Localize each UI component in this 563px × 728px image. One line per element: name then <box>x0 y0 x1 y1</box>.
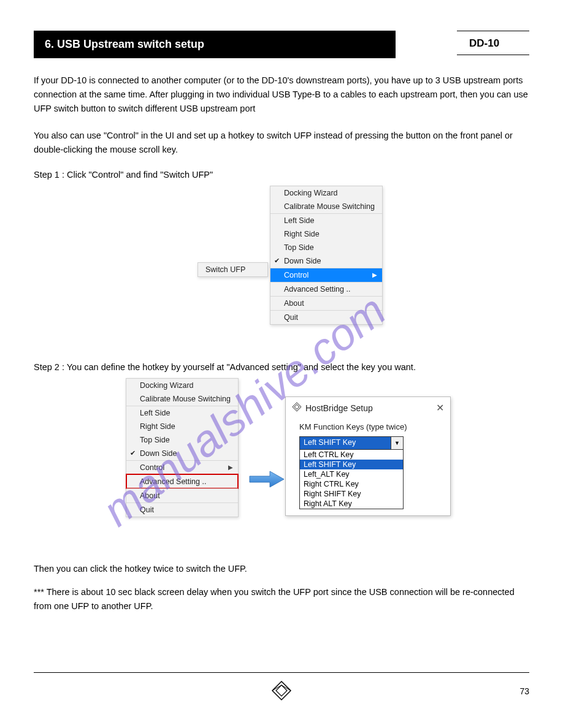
option-left-ctrl[interactable]: Left CTRL Key <box>300 450 403 460</box>
step-2: Step 2 : You can define the hotkey by yo… <box>34 360 529 374</box>
step-1: Step 1 : Click "Control" and find "Switc… <box>34 168 529 182</box>
menu-item-label: Down Side <box>284 257 321 265</box>
menu-item-about[interactable]: About <box>126 488 238 502</box>
header-right: DD-10 <box>457 31 529 55</box>
diamond-icon <box>292 402 302 414</box>
menu-item-control[interactable]: Control ▶ <box>126 460 238 474</box>
menu-item-label: Down Side <box>140 449 177 458</box>
dialog-title: HostBridge Setup <box>292 402 373 414</box>
menu-item-calibrate[interactable]: Calibrate Mouse Switching <box>126 392 238 406</box>
hostbridge-dialog: HostBridge Setup ✕ KM Function Keys (typ… <box>285 396 451 516</box>
chevron-right-icon: ▶ <box>372 271 377 278</box>
section-title: 6. USB Upstream switch setup <box>34 31 396 58</box>
menu-item-control[interactable]: Control ▶ <box>270 268 382 282</box>
menu-item-top-side[interactable]: Top Side <box>270 241 382 254</box>
menu-item-left-side[interactable]: Left Side <box>270 213 382 227</box>
menu-item-about[interactable]: About <box>270 296 382 310</box>
step-2-block: Step 2 : You can define the hotkey by yo… <box>34 360 529 374</box>
menu-item-quit[interactable]: Quit <box>270 310 382 324</box>
context-menu-2: Docking Wizard Calibrate Mouse Switching… <box>126 378 239 517</box>
menu-item-label: Control <box>284 271 308 279</box>
menu-item-down-side[interactable]: ✔ Down Side <box>126 447 238 460</box>
menu-item-switch-ufp[interactable]: Switch UFP <box>198 263 267 276</box>
context-menu-1: Docking Wizard Calibrate Mouse Switching… <box>270 186 383 325</box>
option-right-alt[interactable]: Right ALT Key <box>300 499 403 509</box>
menu-item-label: Control <box>140 463 164 472</box>
chevron-right-icon: ▶ <box>228 464 233 471</box>
km-key-select[interactable]: Left SHIFT Key ▼ <box>299 436 404 450</box>
menu-item-advanced[interactable]: Advanced Setting .. <box>270 282 382 296</box>
menu-item-right-side[interactable]: Right Side <box>270 227 382 241</box>
model-label: DD-10 <box>457 31 529 55</box>
page-number: 73 <box>519 686 529 696</box>
control-intro: You also can use "Control" in the UI and… <box>34 129 529 157</box>
dialog-titlebar: HostBridge Setup ✕ <box>286 397 450 419</box>
menu-item-right-side[interactable]: Right Side <box>126 420 238 433</box>
submenu-switch-ufp: Switch UFP <box>197 262 268 277</box>
check-icon: ✔ <box>274 257 280 265</box>
menu-item-left-side[interactable]: Left Side <box>126 406 238 420</box>
select-value: Left SHIFT Key <box>300 437 391 449</box>
menu-item-docking-wizard[interactable]: Docking Wizard <box>270 186 382 200</box>
arrow-icon <box>248 470 285 491</box>
option-right-shift[interactable]: Right SHIFT Key <box>300 489 403 499</box>
menu-item-quit[interactable]: Quit <box>126 502 238 517</box>
body-text: If your DD-10 is connected to another co… <box>34 74 529 182</box>
footer-divider <box>34 672 529 673</box>
chevron-down-icon[interactable]: ▼ <box>391 437 403 449</box>
menu-item-down-side[interactable]: ✔ Down Side <box>270 254 382 268</box>
closing-p1: Then you can click the hotkey twice to s… <box>34 562 529 576</box>
option-left-alt[interactable]: Left_ALT Key <box>300 469 403 479</box>
menu-item-docking-wizard[interactable]: Docking Wizard <box>126 379 238 392</box>
dialog-label: KM Function Keys (type twice) <box>299 422 437 431</box>
closing-text: Then you can click the hotkey twice to s… <box>34 562 529 613</box>
menu-item-top-side[interactable]: Top Side <box>126 433 238 447</box>
menu-item-calibrate[interactable]: Calibrate Mouse Switching <box>270 200 382 213</box>
closing-p2: *** There is about 10 sec black screen d… <box>34 585 529 613</box>
menu-item-advanced-highlighted[interactable]: Advanced Setting .. <box>126 474 238 488</box>
option-left-shift[interactable]: Left SHIFT Key <box>300 460 403 469</box>
intro-paragraph: If your DD-10 is connected to another co… <box>34 74 529 116</box>
close-icon[interactable]: ✕ <box>436 402 444 414</box>
option-right-ctrl[interactable]: Right CTRL Key <box>300 479 403 489</box>
km-key-dropdown: Left CTRL Key Left SHIFT Key Left_ALT Ke… <box>299 450 404 509</box>
footer-logo-icon <box>271 680 292 703</box>
check-icon: ✔ <box>130 449 136 457</box>
dialog-title-text: HostBridge Setup <box>305 403 373 413</box>
